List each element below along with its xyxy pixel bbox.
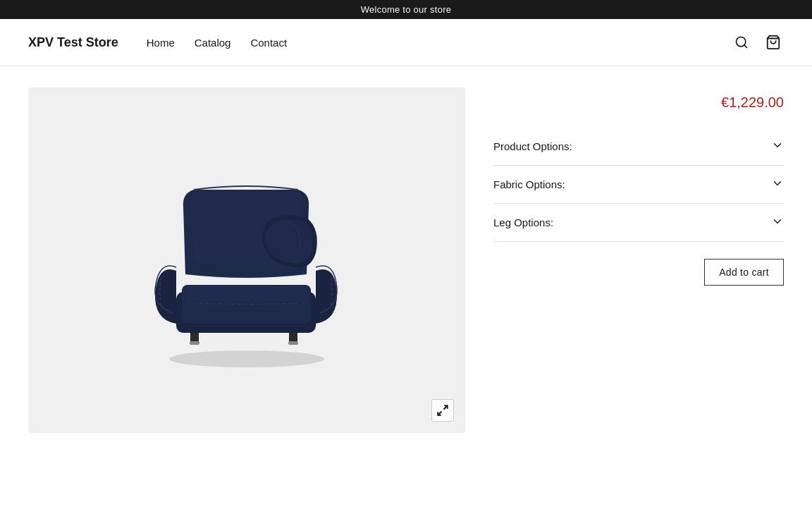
search-icon xyxy=(734,35,749,49)
fabric-options-chevron xyxy=(771,177,784,192)
cart-icon xyxy=(765,35,781,50)
product-options-chevron xyxy=(771,139,784,154)
main-content: €1,229.00 Product Options: Fabric Option… xyxy=(0,66,812,454)
fabric-options-row[interactable]: Fabric Options: xyxy=(493,166,784,204)
leg-options-chevron xyxy=(771,215,784,230)
nav-contact[interactable]: Contact xyxy=(250,37,287,49)
product-options-label: Product Options: xyxy=(493,140,572,152)
leg-options-label: Leg Options: xyxy=(493,216,553,228)
header-icons xyxy=(732,32,784,53)
svg-rect-6 xyxy=(190,341,199,345)
product-image-container xyxy=(28,87,465,433)
fullscreen-button[interactable] xyxy=(431,399,454,422)
header: XPV Test Store Home Catalog Contact xyxy=(0,19,812,66)
svg-point-3 xyxy=(169,350,324,367)
leg-options-row[interactable]: Leg Options: xyxy=(493,204,784,242)
svg-line-1 xyxy=(744,45,747,48)
nav-home[interactable]: Home xyxy=(147,37,175,49)
announcement-bar: Welcome to our store xyxy=(0,0,812,19)
announcement-text: Welcome to our store xyxy=(361,4,452,15)
product-image xyxy=(120,151,374,369)
cart-button[interactable] xyxy=(763,32,784,53)
fabric-options-label: Fabric Options: xyxy=(493,178,565,190)
product-options-row[interactable]: Product Options: xyxy=(493,128,784,166)
store-logo[interactable]: XPV Test Store xyxy=(28,35,118,50)
nav-catalog[interactable]: Catalog xyxy=(195,37,231,49)
svg-rect-7 xyxy=(288,341,298,345)
svg-rect-10 xyxy=(185,287,308,301)
product-price: €1,229.00 xyxy=(493,94,784,111)
fullscreen-icon xyxy=(436,404,449,417)
main-nav: Home Catalog Contact xyxy=(147,37,732,49)
product-details: €1,229.00 Product Options: Fabric Option… xyxy=(493,87,784,433)
search-button[interactable] xyxy=(732,32,751,52)
add-to-cart-button[interactable]: Add to cart xyxy=(704,259,784,286)
